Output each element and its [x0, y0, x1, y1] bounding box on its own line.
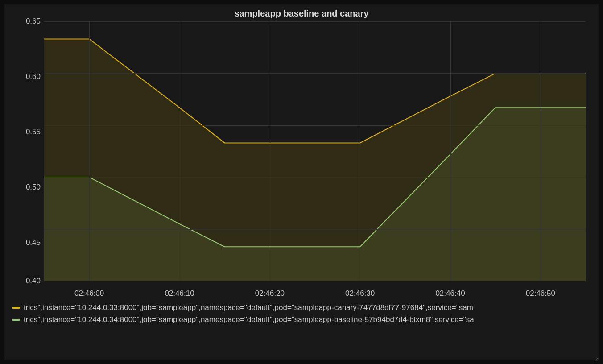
x-tick-label: 02:46:50 — [526, 289, 555, 298]
x-tick-label: 02:46:00 — [74, 289, 104, 298]
legend-swatch — [12, 307, 20, 309]
x-tick-label: 02:46:40 — [435, 289, 465, 298]
legend-label: trics",instance="10.244.0.33:8000",job="… — [24, 302, 473, 314]
panel-title: sampleapp baseline and canary — [10, 8, 593, 19]
y-tick-label: 0.55 — [10, 128, 41, 136]
legend-item[interactable]: trics",instance="10.244.0.33:8000",job="… — [12, 302, 591, 314]
y-tick-label: 0.60 — [10, 72, 41, 81]
svg-line-0 — [595, 358, 598, 361]
legend-item[interactable]: trics",instance="10.244.0.34:8000",job="… — [12, 314, 591, 326]
x-tick-label: 02:46:30 — [345, 289, 375, 298]
y-tick-label: 0.40 — [10, 277, 41, 285]
chart-panel: sampleapp baseline and canary 0.65 0.60 … — [4, 4, 599, 360]
chart-area[interactable]: 0.65 0.60 0.55 0.50 0.45 0.40 02:46:00 0… — [10, 21, 593, 298]
plot-area — [44, 21, 586, 281]
y-tick-label: 0.65 — [10, 17, 41, 26]
x-tick-label: 02:46:20 — [255, 289, 285, 298]
svg-line-1 — [597, 360, 598, 361]
y-tick-label: 0.50 — [10, 183, 41, 192]
legend: trics",instance="10.244.0.33:8000",job="… — [10, 302, 593, 326]
legend-label: trics",instance="10.244.0.34:8000",job="… — [24, 314, 474, 326]
legend-swatch — [12, 319, 20, 321]
resize-handle-icon[interactable] — [594, 355, 598, 359]
series-svg — [44, 21, 586, 281]
x-tick-label: 02:46:10 — [165, 289, 194, 298]
y-tick-label: 0.45 — [10, 238, 41, 247]
